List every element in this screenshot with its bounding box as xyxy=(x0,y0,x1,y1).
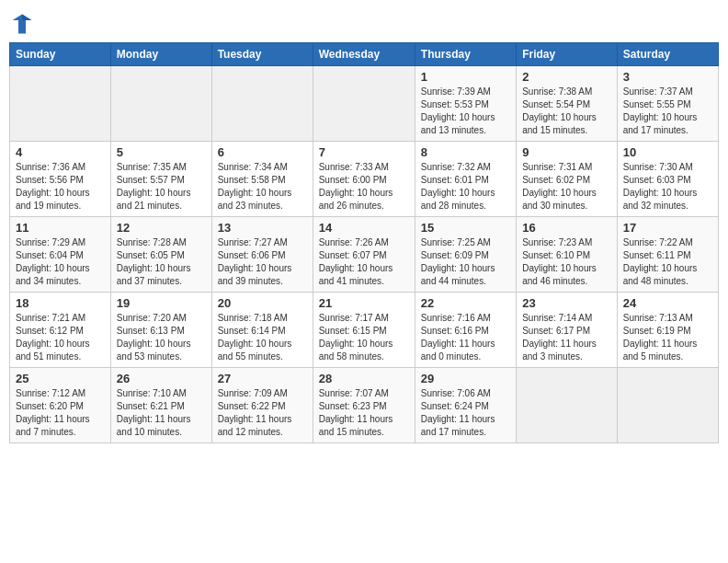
day-number: 1 xyxy=(421,70,510,84)
day-info: Sunrise: 7:23 AM Sunset: 6:10 PM Dayligh… xyxy=(522,236,611,288)
calendar-cell: 29Sunrise: 7:06 AM Sunset: 6:24 PM Dayli… xyxy=(415,368,516,443)
calendar-cell xyxy=(10,66,111,142)
day-info: Sunrise: 7:32 AM Sunset: 6:01 PM Dayligh… xyxy=(421,161,510,213)
day-info: Sunrise: 7:22 AM Sunset: 6:11 PM Dayligh… xyxy=(623,236,712,288)
day-info: Sunrise: 7:21 AM Sunset: 6:12 PM Dayligh… xyxy=(16,312,105,363)
calendar-cell: 20Sunrise: 7:18 AM Sunset: 6:14 PM Dayli… xyxy=(211,293,313,368)
day-number: 7 xyxy=(319,145,409,159)
calendar-cell: 25Sunrise: 7:12 AM Sunset: 6:20 PM Dayli… xyxy=(10,368,111,443)
calendar-cell xyxy=(211,66,313,142)
day-number: 21 xyxy=(319,296,409,310)
day-info: Sunrise: 7:31 AM Sunset: 6:02 PM Dayligh… xyxy=(522,161,611,213)
calendar-cell xyxy=(110,66,211,142)
logo-flag-icon xyxy=(11,13,33,35)
day-info: Sunrise: 7:13 AM Sunset: 6:19 PM Dayligh… xyxy=(623,312,712,363)
calendar-cell: 22Sunrise: 7:16 AM Sunset: 6:16 PM Dayli… xyxy=(415,293,516,368)
day-number: 10 xyxy=(623,145,712,159)
day-number: 19 xyxy=(117,296,206,310)
day-number: 13 xyxy=(218,221,307,235)
day-number: 11 xyxy=(16,221,105,235)
calendar-cell: 12Sunrise: 7:28 AM Sunset: 6:05 PM Dayli… xyxy=(110,217,211,293)
calendar-week-row: 11Sunrise: 7:29 AM Sunset: 6:04 PM Dayli… xyxy=(10,217,719,293)
page-header xyxy=(9,9,719,35)
day-number: 2 xyxy=(522,70,611,84)
calendar-cell: 23Sunrise: 7:14 AM Sunset: 6:17 PM Dayli… xyxy=(517,293,618,368)
weekday-header-wednesday: Wednesday xyxy=(313,43,415,66)
day-info: Sunrise: 7:39 AM Sunset: 5:53 PM Dayligh… xyxy=(421,86,510,137)
calendar-cell: 9Sunrise: 7:31 AM Sunset: 6:02 PM Daylig… xyxy=(517,142,618,217)
calendar-cell: 8Sunrise: 7:32 AM Sunset: 6:01 PM Daylig… xyxy=(415,142,516,217)
day-number: 23 xyxy=(522,296,611,310)
day-number: 8 xyxy=(421,145,510,159)
day-number: 25 xyxy=(16,372,105,385)
day-info: Sunrise: 7:14 AM Sunset: 6:17 PM Dayligh… xyxy=(522,312,611,363)
day-info: Sunrise: 7:27 AM Sunset: 6:06 PM Dayligh… xyxy=(218,236,307,288)
day-number: 3 xyxy=(623,70,712,84)
day-number: 5 xyxy=(117,145,206,159)
day-number: 22 xyxy=(421,296,510,310)
calendar-cell xyxy=(617,368,718,443)
weekday-header-saturday: Saturday xyxy=(617,43,718,66)
day-info: Sunrise: 7:30 AM Sunset: 6:03 PM Dayligh… xyxy=(623,161,712,213)
day-info: Sunrise: 7:36 AM Sunset: 5:56 PM Dayligh… xyxy=(16,161,105,213)
day-info: Sunrise: 7:07 AM Sunset: 6:23 PM Dayligh… xyxy=(319,387,409,439)
day-info: Sunrise: 7:17 AM Sunset: 6:15 PM Dayligh… xyxy=(319,312,409,363)
day-info: Sunrise: 7:25 AM Sunset: 6:09 PM Dayligh… xyxy=(421,236,510,288)
day-number: 27 xyxy=(218,372,307,385)
day-number: 12 xyxy=(117,221,206,235)
calendar-cell: 24Sunrise: 7:13 AM Sunset: 6:19 PM Dayli… xyxy=(617,293,718,368)
day-info: Sunrise: 7:29 AM Sunset: 6:04 PM Dayligh… xyxy=(16,236,105,288)
calendar-cell: 10Sunrise: 7:30 AM Sunset: 6:03 PM Dayli… xyxy=(617,142,718,217)
day-info: Sunrise: 7:16 AM Sunset: 6:16 PM Dayligh… xyxy=(421,312,510,363)
day-info: Sunrise: 7:06 AM Sunset: 6:24 PM Dayligh… xyxy=(421,387,510,439)
weekday-header-thursday: Thursday xyxy=(415,43,516,66)
day-info: Sunrise: 7:26 AM Sunset: 6:07 PM Dayligh… xyxy=(319,236,409,288)
day-number: 4 xyxy=(16,145,105,159)
day-number: 17 xyxy=(623,221,712,235)
calendar-week-row: 1Sunrise: 7:39 AM Sunset: 5:53 PM Daylig… xyxy=(10,66,719,142)
calendar-cell: 26Sunrise: 7:10 AM Sunset: 6:21 PM Dayli… xyxy=(110,368,211,443)
day-info: Sunrise: 7:35 AM Sunset: 5:57 PM Dayligh… xyxy=(117,161,206,213)
day-number: 15 xyxy=(421,221,510,235)
day-info: Sunrise: 7:34 AM Sunset: 5:58 PM Dayligh… xyxy=(218,161,307,213)
calendar-cell: 19Sunrise: 7:20 AM Sunset: 6:13 PM Dayli… xyxy=(110,293,211,368)
weekday-header-tuesday: Tuesday xyxy=(211,43,313,66)
day-number: 26 xyxy=(117,372,206,385)
calendar-cell: 5Sunrise: 7:35 AM Sunset: 5:57 PM Daylig… xyxy=(110,142,211,217)
calendar-cell: 14Sunrise: 7:26 AM Sunset: 6:07 PM Dayli… xyxy=(313,217,415,293)
calendar-week-row: 18Sunrise: 7:21 AM Sunset: 6:12 PM Dayli… xyxy=(10,293,719,368)
day-info: Sunrise: 7:38 AM Sunset: 5:54 PM Dayligh… xyxy=(522,86,611,137)
calendar-cell: 13Sunrise: 7:27 AM Sunset: 6:06 PM Dayli… xyxy=(211,217,313,293)
day-number: 18 xyxy=(16,296,105,310)
weekday-header-monday: Monday xyxy=(110,43,211,66)
calendar-table: SundayMondayTuesdayWednesdayThursdayFrid… xyxy=(9,42,719,443)
day-info: Sunrise: 7:37 AM Sunset: 5:55 PM Dayligh… xyxy=(623,86,712,137)
calendar-cell: 21Sunrise: 7:17 AM Sunset: 6:15 PM Dayli… xyxy=(313,293,415,368)
calendar-cell: 1Sunrise: 7:39 AM Sunset: 5:53 PM Daylig… xyxy=(415,66,516,142)
day-info: Sunrise: 7:12 AM Sunset: 6:20 PM Dayligh… xyxy=(16,387,105,439)
calendar-cell: 27Sunrise: 7:09 AM Sunset: 6:22 PM Dayli… xyxy=(211,368,313,443)
day-info: Sunrise: 7:10 AM Sunset: 6:21 PM Dayligh… xyxy=(117,387,206,439)
day-number: 9 xyxy=(522,145,611,159)
calendar-week-row: 4Sunrise: 7:36 AM Sunset: 5:56 PM Daylig… xyxy=(10,142,719,217)
weekday-header-row: SundayMondayTuesdayWednesdayThursdayFrid… xyxy=(10,43,719,66)
calendar-cell: 17Sunrise: 7:22 AM Sunset: 6:11 PM Dayli… xyxy=(617,217,718,293)
day-number: 20 xyxy=(218,296,307,310)
logo xyxy=(9,13,33,35)
weekday-header-friday: Friday xyxy=(517,43,618,66)
calendar-cell xyxy=(313,66,415,142)
calendar-cell: 3Sunrise: 7:37 AM Sunset: 5:55 PM Daylig… xyxy=(617,66,718,142)
calendar-cell: 16Sunrise: 7:23 AM Sunset: 6:10 PM Dayli… xyxy=(517,217,618,293)
calendar-week-row: 25Sunrise: 7:12 AM Sunset: 6:20 PM Dayli… xyxy=(10,368,719,443)
calendar-cell xyxy=(517,368,618,443)
day-info: Sunrise: 7:33 AM Sunset: 6:00 PM Dayligh… xyxy=(319,161,409,213)
calendar-cell: 18Sunrise: 7:21 AM Sunset: 6:12 PM Dayli… xyxy=(10,293,111,368)
day-number: 14 xyxy=(319,221,409,235)
day-info: Sunrise: 7:18 AM Sunset: 6:14 PM Dayligh… xyxy=(218,312,307,363)
day-number: 24 xyxy=(623,296,712,310)
day-number: 29 xyxy=(421,372,510,385)
calendar-cell: 4Sunrise: 7:36 AM Sunset: 5:56 PM Daylig… xyxy=(10,142,111,217)
day-info: Sunrise: 7:28 AM Sunset: 6:05 PM Dayligh… xyxy=(117,236,206,288)
day-number: 16 xyxy=(522,221,611,235)
calendar-cell: 15Sunrise: 7:25 AM Sunset: 6:09 PM Dayli… xyxy=(415,217,516,293)
